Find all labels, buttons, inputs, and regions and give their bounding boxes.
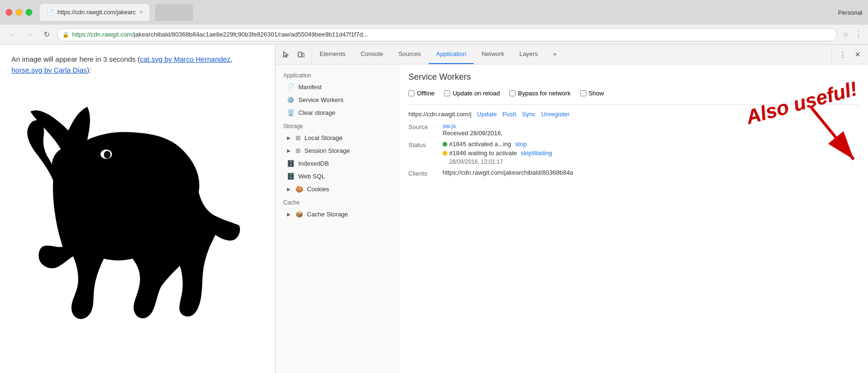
reload-button[interactable]: ↻ — [40, 28, 53, 41]
devtools-close-button[interactable]: ✕ — [851, 48, 864, 61]
bypass-network-label: Bypass for network — [518, 90, 571, 97]
address-bar[interactable]: 🔒 https://cdn.rawgit.com/jakearchibald/8… — [57, 28, 837, 41]
status-label: Status — [408, 140, 437, 149]
sw-push-link[interactable]: Push — [502, 111, 517, 118]
devtools-menu-button[interactable]: ⋮ — [836, 48, 849, 61]
cookies-icon: 🍪 — [295, 186, 303, 193]
sw-received-date: Received 28/09/2016, — [443, 130, 502, 137]
page-description: An image will appear here in 3 seconds (… — [11, 54, 264, 75]
sidebar-item-session-storage[interactable]: ▶ ⊞ Session Storage — [276, 144, 398, 157]
offline-label: Offline — [417, 90, 434, 97]
cookies-label: Cookies — [307, 186, 329, 193]
tab-close-button[interactable]: × — [139, 9, 143, 16]
update-on-reload-label: Update on reload — [452, 90, 500, 97]
sw-sync-link[interactable]: Sync — [522, 111, 536, 118]
device-toolbar-button[interactable] — [295, 48, 308, 61]
sw-update-link[interactable]: Update — [477, 111, 497, 118]
local-storage-icon: ⊞ — [295, 134, 301, 141]
forward-button[interactable]: → — [23, 28, 36, 41]
bookmark-button[interactable]: ☆ — [843, 31, 849, 38]
devtools-sidebar: Application 📄 Manifest ⚙️ Service Worker… — [276, 65, 399, 373]
nav-bar: ← → ↻ 🔒 https://cdn.rawgit.com/jakearchi… — [0, 25, 868, 45]
bypass-network-checkbox[interactable] — [509, 90, 516, 96]
indexeddb-icon: 🗄️ — [287, 160, 295, 167]
bypass-network-checkbox-label[interactable]: Bypass for network — [509, 90, 571, 97]
title-bar: 📄 https://cdn.rawgit.com/jakearc × Perso… — [0, 0, 868, 25]
tab-network[interactable]: Network — [474, 45, 512, 64]
tab-application[interactable]: Application — [429, 45, 474, 64]
session-storage-label: Session Storage — [305, 147, 350, 154]
minimize-window-button[interactable] — [16, 9, 22, 16]
offline-checkbox-label[interactable]: Offline — [408, 90, 434, 97]
close-window-button[interactable] — [6, 9, 12, 16]
status-1-text: #1845 activated a — [449, 140, 498, 148]
service-workers-label: Service Workers — [298, 96, 343, 103]
svg-rect-4 — [302, 53, 304, 57]
sw-skipwaiting-link[interactable]: skipWaiting — [521, 149, 552, 157]
status-line-2: #1846 waiting to activate skipWaiting — [443, 149, 859, 157]
sidebar-section-storage: Storage — [276, 119, 398, 131]
update-on-reload-checkbox-label[interactable]: Update on reload — [444, 90, 500, 97]
main-area: An image will appear here in 3 seconds (… — [0, 45, 868, 373]
sidebar-section-cache: Cache — [276, 196, 398, 208]
service-workers-icon: ⚙️ — [287, 96, 295, 103]
tab-more[interactable]: » — [545, 45, 564, 64]
traffic-lights — [6, 9, 32, 16]
web-sql-label: Web SQL — [298, 173, 325, 180]
sw-js-link[interactable]: sw.js — [443, 122, 456, 130]
offline-checkbox[interactable] — [408, 90, 415, 96]
cat-svg — [26, 97, 244, 325]
profile-label: Personal — [838, 9, 862, 16]
sidebar-item-manifest[interactable]: 📄 Manifest — [276, 81, 398, 93]
sidebar-item-indexeddb[interactable]: 🗄️ IndexedDB — [276, 157, 398, 170]
status-1-suffix2: ing — [503, 140, 511, 148]
cat-link[interactable]: cat.svg by Marco Hernandez — [140, 55, 231, 63]
tab-console[interactable]: Console — [353, 45, 391, 64]
sw-stop-link[interactable]: stop — [515, 140, 527, 148]
sidebar-item-web-sql[interactable]: 🗄️ Web SQL — [276, 170, 398, 183]
tab-title: https://cdn.rawgit.com/jakearc — [57, 9, 136, 16]
sw-status-row: Status #1845 activated a ... ing stop — [408, 140, 859, 165]
devtools-toolbar: Elements Console Sources Application Net… — [276, 45, 868, 65]
devtools-main-panel: Service Workers Offline Update on reload — [399, 65, 868, 373]
browser-menu-button[interactable]: ⋮ — [855, 30, 862, 39]
back-button[interactable]: ← — [6, 28, 19, 41]
sw-clients-row: Clients https://cdn.rawgit.com/jakearchi… — [408, 169, 859, 177]
update-on-reload-checkbox[interactable] — [444, 90, 450, 96]
session-storage-icon: ⊞ — [295, 147, 301, 154]
sidebar-item-clear-storage[interactable]: 🗑️ Clear storage — [276, 106, 398, 119]
svg-rect-3 — [298, 52, 302, 57]
sidebar-item-cookies[interactable]: ▶ 🍪 Cookies — [276, 183, 398, 196]
sidebar-item-service-workers[interactable]: ⚙️ Service Workers — [276, 93, 398, 106]
panel-title: Service Workers — [408, 72, 859, 82]
url-origin: https://cdn.rawgit.com/ — [72, 31, 134, 38]
maximize-window-button[interactable] — [26, 9, 32, 16]
manifest-label: Manifest — [298, 84, 322, 91]
sidebar-item-local-storage[interactable]: ▶ ⊞ Local Storage — [276, 131, 398, 144]
new-tab-area[interactable] — [155, 4, 193, 21]
local-storage-label: Local Storage — [305, 134, 342, 141]
clients-label: Clients — [408, 169, 437, 177]
clear-storage-icon: 🗑️ — [287, 109, 295, 116]
devtools-icon-group — [276, 45, 312, 64]
cat-image — [11, 83, 258, 339]
browser-tab[interactable]: 📄 https://cdn.rawgit.com/jakearc × — [40, 4, 149, 21]
tab-sources[interactable]: Sources — [391, 45, 429, 64]
show-checkbox-label[interactable]: Show — [580, 90, 604, 97]
service-worker-entry: https://cdn.rawgit.com/j Update Push Syn… — [408, 104, 859, 177]
text-after: ): — [87, 66, 91, 74]
status-2-text: #1846 waiting to activate — [449, 149, 517, 157]
tab-layers[interactable]: Layers — [512, 45, 545, 64]
devtools-tabs: Elements Console Sources Application Net… — [312, 45, 831, 64]
devtools-actions: ⋮ ✕ — [831, 45, 868, 64]
element-picker-button[interactable] — [279, 48, 293, 61]
text-between: , — [231, 55, 232, 63]
horse-link[interactable]: horse.svg by Carla Dias — [11, 66, 87, 74]
sw-unregister-link[interactable]: Unregister — [541, 111, 570, 118]
sidebar-item-cache-storage[interactable]: ▶ 📦 Cache Storage — [276, 208, 398, 221]
show-checkbox[interactable] — [580, 90, 586, 96]
sw-source-value: sw.js Received 28/09/2016, — [443, 122, 859, 137]
tab-elements[interactable]: Elements — [312, 45, 353, 64]
local-storage-arrow-icon: ▶ — [287, 135, 291, 140]
web-sql-icon: 🗄️ — [287, 173, 295, 180]
